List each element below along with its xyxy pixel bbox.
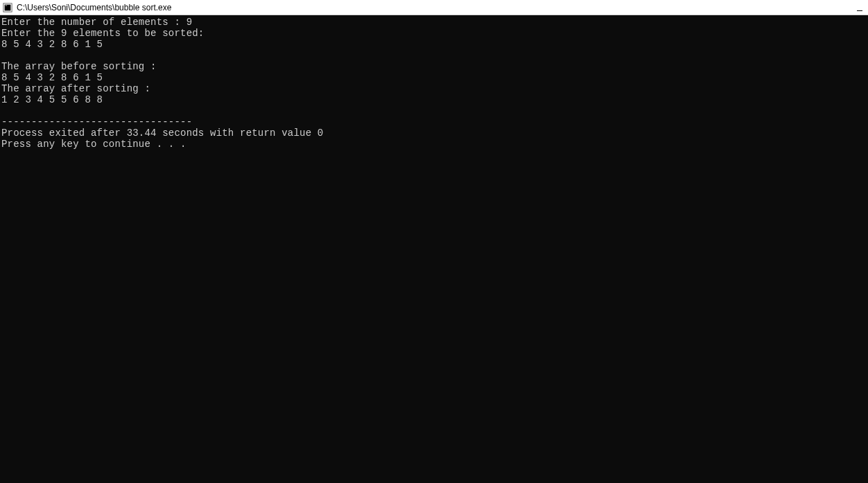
console-line: Enter the number of elements : 9	[1, 17, 868, 28]
console-line: --------------------------------	[1, 116, 868, 128]
console-line	[1, 105, 868, 116]
console-line: The array after sorting :	[1, 83, 868, 94]
console-line: 8 5 4 3 2 8 6 1 5	[1, 39, 868, 50]
minimize-icon	[857, 10, 862, 11]
console-line: Press any key to continue . . .	[1, 139, 868, 150]
title-bar[interactable]: C:\Users\Soni\Documents\bubble sort.exe	[0, 0, 868, 15]
console-line: Process exited after 33.44 seconds with …	[1, 128, 868, 139]
console-line: 8 5 4 3 2 8 6 1 5	[1, 72, 868, 83]
console-line: Enter the 9 elements to be sorted:	[1, 28, 868, 39]
minimize-button[interactable]	[856, 3, 864, 11]
app-icon	[3, 3, 12, 12]
console-line	[1, 50, 868, 61]
console-line: 1 2 3 4 5 5 6 8 8	[1, 94, 868, 105]
console-line: The array before sorting :	[1, 61, 868, 72]
console-output[interactable]: Enter the number of elements : 9Enter th…	[0, 15, 868, 483]
window-title: C:\Users\Soni\Documents\bubble sort.exe	[17, 3, 865, 12]
svg-rect-2	[6, 5, 8, 6]
